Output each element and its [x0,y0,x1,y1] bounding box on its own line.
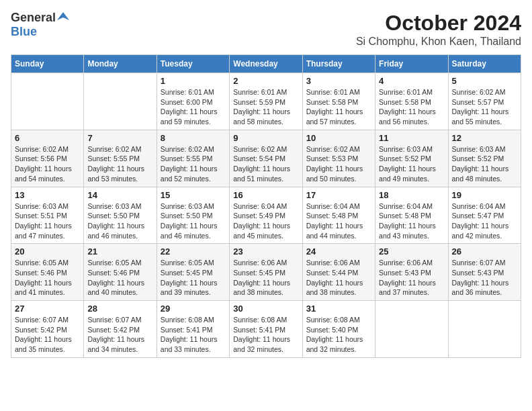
calendar-week-2: 6Sunrise: 6:02 AM Sunset: 5:56 PM Daylig… [11,130,521,187]
day-info: Sunrise: 6:06 AM Sunset: 5:45 PM Dayligh… [233,258,298,298]
day-info: Sunrise: 6:01 AM Sunset: 5:58 PM Dayligh… [306,87,371,127]
calendar-week-5: 27Sunrise: 6:07 AM Sunset: 5:42 PM Dayli… [11,301,521,358]
weekday-header-tuesday: Tuesday [157,55,229,73]
day-info: Sunrise: 6:03 AM Sunset: 5:50 PM Dayligh… [87,201,152,241]
calendar-week-1: 1Sunrise: 6:01 AM Sunset: 6:00 PM Daylig… [11,73,521,130]
day-number: 16 [233,190,298,200]
calendar-cell: 3Sunrise: 6:01 AM Sunset: 5:58 PM Daylig… [302,73,375,130]
calendar-cell: 4Sunrise: 6:01 AM Sunset: 5:58 PM Daylig… [375,73,448,130]
calendar-cell: 14Sunrise: 6:03 AM Sunset: 5:50 PM Dayli… [84,187,157,244]
day-number: 1 [161,76,226,86]
weekday-header-friday: Friday [375,55,448,73]
day-info: Sunrise: 6:04 AM Sunset: 5:48 PM Dayligh… [306,201,371,241]
calendar-cell: 9Sunrise: 6:02 AM Sunset: 5:54 PM Daylig… [230,130,302,187]
calendar-cell: 13Sunrise: 6:03 AM Sunset: 5:51 PM Dayli… [11,187,84,244]
location: Si Chomphu, Khon Kaen, Thailand [356,36,521,48]
calendar-cell: 29Sunrise: 6:08 AM Sunset: 5:41 PM Dayli… [157,301,229,358]
title-section: October 2024 Si Chomphu, Khon Kaen, Thai… [356,11,521,48]
calendar-cell: 22Sunrise: 6:05 AM Sunset: 5:45 PM Dayli… [157,244,229,301]
day-info: Sunrise: 6:06 AM Sunset: 5:43 PM Dayligh… [379,258,444,298]
calendar-cell: 31Sunrise: 6:08 AM Sunset: 5:40 PM Dayli… [302,301,375,358]
calendar-cell: 5Sunrise: 6:02 AM Sunset: 5:57 PM Daylig… [448,73,521,130]
day-info: Sunrise: 6:04 AM Sunset: 5:48 PM Dayligh… [379,201,444,241]
calendar-cell: 8Sunrise: 6:02 AM Sunset: 5:55 PM Daylig… [157,130,229,187]
logo-bird-icon [57,11,69,23]
calendar-cell: 7Sunrise: 6:02 AM Sunset: 5:55 PM Daylig… [84,130,157,187]
day-number: 6 [15,133,80,143]
day-info: Sunrise: 6:03 AM Sunset: 5:52 PM Dayligh… [379,144,444,184]
calendar-cell: 16Sunrise: 6:04 AM Sunset: 5:49 PM Dayli… [230,187,302,244]
calendar-week-3: 13Sunrise: 6:03 AM Sunset: 5:51 PM Dayli… [11,187,521,244]
calendar-cell: 24Sunrise: 6:06 AM Sunset: 5:44 PM Dayli… [302,244,375,301]
day-info: Sunrise: 6:08 AM Sunset: 5:41 PM Dayligh… [233,315,298,355]
calendar-cell: 1Sunrise: 6:01 AM Sunset: 6:00 PM Daylig… [157,73,229,130]
day-number: 31 [306,304,371,314]
day-number: 4 [379,76,444,86]
calendar-cell: 21Sunrise: 6:05 AM Sunset: 5:46 PM Dayli… [84,244,157,301]
day-number: 18 [379,190,444,200]
day-info: Sunrise: 6:02 AM Sunset: 5:57 PM Dayligh… [452,87,517,127]
calendar-cell: 30Sunrise: 6:08 AM Sunset: 5:41 PM Dayli… [230,301,302,358]
day-number: 11 [379,133,444,143]
day-number: 14 [87,190,152,200]
day-number: 5 [452,76,517,86]
day-info: Sunrise: 6:02 AM Sunset: 5:56 PM Dayligh… [15,144,80,184]
day-info: Sunrise: 6:07 AM Sunset: 5:42 PM Dayligh… [15,315,80,355]
calendar-cell: 20Sunrise: 6:05 AM Sunset: 5:46 PM Dayli… [11,244,84,301]
calendar-cell: 27Sunrise: 6:07 AM Sunset: 5:42 PM Dayli… [11,301,84,358]
month-title: October 2024 [356,11,521,36]
calendar-cell: 10Sunrise: 6:02 AM Sunset: 5:53 PM Dayli… [302,130,375,187]
day-info: Sunrise: 6:03 AM Sunset: 5:51 PM Dayligh… [15,201,80,241]
calendar-cell: 11Sunrise: 6:03 AM Sunset: 5:52 PM Dayli… [375,130,448,187]
day-number: 19 [452,190,517,200]
day-info: Sunrise: 6:03 AM Sunset: 5:52 PM Dayligh… [452,144,517,184]
day-number: 27 [15,304,80,314]
day-number: 12 [452,133,517,143]
weekday-header-thursday: Thursday [302,55,375,73]
day-number: 20 [15,246,80,257]
day-number: 13 [15,190,80,200]
weekday-header-sunday: Sunday [11,55,84,73]
calendar-cell: 6Sunrise: 6:02 AM Sunset: 5:56 PM Daylig… [11,130,84,187]
day-number: 21 [87,246,152,257]
calendar-cell: 26Sunrise: 6:07 AM Sunset: 5:43 PM Dayli… [448,244,521,301]
weekday-header-wednesday: Wednesday [230,55,302,73]
day-info: Sunrise: 6:07 AM Sunset: 5:43 PM Dayligh… [452,258,517,298]
day-number: 8 [161,133,226,143]
calendar-week-4: 20Sunrise: 6:05 AM Sunset: 5:46 PM Dayli… [11,244,521,301]
day-number: 15 [161,190,226,200]
day-info: Sunrise: 6:01 AM Sunset: 5:59 PM Dayligh… [233,87,298,127]
logo-general-text: General [11,11,56,25]
day-info: Sunrise: 6:01 AM Sunset: 5:58 PM Dayligh… [379,87,444,127]
day-info: Sunrise: 6:07 AM Sunset: 5:42 PM Dayligh… [87,315,152,355]
calendar-cell: 25Sunrise: 6:06 AM Sunset: 5:43 PM Dayli… [375,244,448,301]
day-info: Sunrise: 6:06 AM Sunset: 5:44 PM Dayligh… [306,258,371,298]
calendar-cell [11,73,84,130]
calendar-cell: 2Sunrise: 6:01 AM Sunset: 5:59 PM Daylig… [230,73,302,130]
calendar-cell: 19Sunrise: 6:04 AM Sunset: 5:47 PM Dayli… [448,187,521,244]
day-info: Sunrise: 6:05 AM Sunset: 5:46 PM Dayligh… [87,258,152,298]
day-info: Sunrise: 6:04 AM Sunset: 5:49 PM Dayligh… [233,201,298,241]
day-number: 26 [452,246,517,257]
day-number: 24 [306,246,371,257]
day-number: 28 [87,304,152,314]
calendar-cell: 12Sunrise: 6:03 AM Sunset: 5:52 PM Dayli… [448,130,521,187]
day-number: 9 [233,133,298,143]
day-number: 2 [233,76,298,86]
day-number: 23 [233,246,298,257]
day-info: Sunrise: 6:08 AM Sunset: 5:41 PM Dayligh… [161,315,226,355]
logo: General Blue [11,11,69,39]
day-number: 7 [87,133,152,143]
day-info: Sunrise: 6:02 AM Sunset: 5:53 PM Dayligh… [306,144,371,184]
day-info: Sunrise: 6:08 AM Sunset: 5:40 PM Dayligh… [306,315,371,355]
calendar-table: SundayMondayTuesdayWednesdayThursdayFrid… [11,54,521,358]
calendar-cell: 28Sunrise: 6:07 AM Sunset: 5:42 PM Dayli… [84,301,157,358]
page-header: General Blue October 2024 Si Chomphu, Kh… [11,11,521,48]
logo-blue-text: Blue [11,25,37,38]
calendar-cell [84,73,157,130]
day-info: Sunrise: 6:02 AM Sunset: 5:55 PM Dayligh… [87,144,152,184]
calendar-cell [448,301,521,358]
calendar-cell: 18Sunrise: 6:04 AM Sunset: 5:48 PM Dayli… [375,187,448,244]
day-info: Sunrise: 6:05 AM Sunset: 5:46 PM Dayligh… [15,258,80,298]
day-number: 22 [161,246,226,257]
